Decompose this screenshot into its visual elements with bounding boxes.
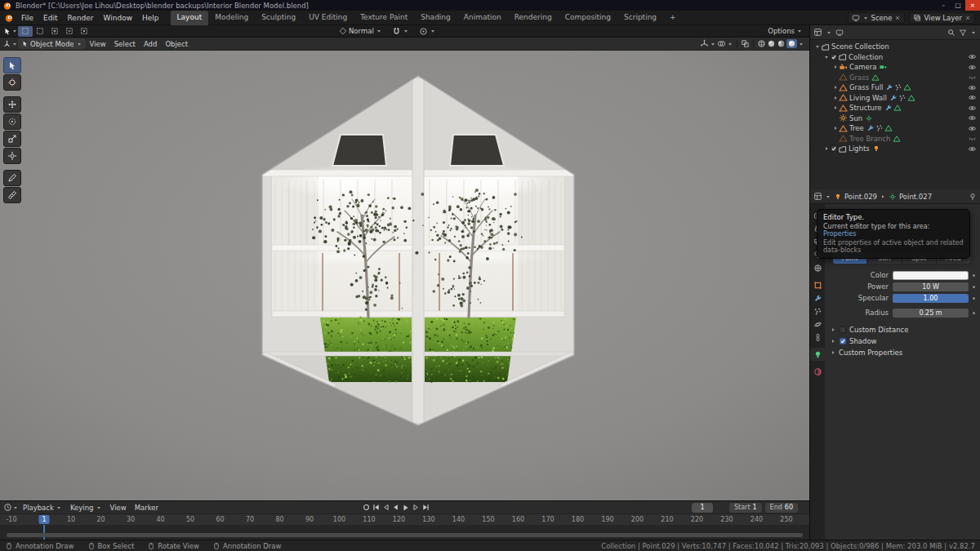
panel-splitter[interactable] xyxy=(809,25,810,540)
editor-type-dropdown-icon[interactable] xyxy=(12,504,19,511)
outliner-row-tree-branch[interactable]: Tree Branch xyxy=(810,134,980,144)
workspace-tab-compositing[interactable]: Compositing xyxy=(559,11,617,25)
outliner-row-grass-full[interactable]: Grass Full xyxy=(810,82,980,93)
tab-modifiers[interactable] xyxy=(810,291,825,304)
scene-selector[interactable]: Scene xyxy=(848,12,906,24)
breadcrumb-object[interactable]: Point.029 xyxy=(844,193,877,201)
outliner-row-lights[interactable]: Lights xyxy=(810,144,980,154)
color-swatch[interactable] xyxy=(893,271,969,280)
workspace-tab-rendering[interactable]: Rendering xyxy=(508,11,559,25)
frame-start-field[interactable]: Start 1 xyxy=(729,503,762,513)
shading-solid-icon[interactable] xyxy=(767,39,776,48)
maximize-button[interactable]: □ xyxy=(951,0,965,11)
select-box-tool-button[interactable] xyxy=(18,26,33,37)
expander-icon[interactable] xyxy=(831,64,839,70)
playhead[interactable]: 1 xyxy=(39,515,50,524)
workspace-tab-shading[interactable]: Shading xyxy=(414,11,457,25)
visibility-eye-icon[interactable] xyxy=(968,144,977,153)
select-mode-extend-button[interactable] xyxy=(47,26,62,37)
workspace-tab-animation[interactable]: Animation xyxy=(457,11,508,25)
outliner-row-camera[interactable]: Camera xyxy=(810,62,980,73)
power-field[interactable]: 10 W xyxy=(893,282,969,291)
gizmos-dropdown-icon[interactable] xyxy=(710,41,716,47)
expander-icon[interactable] xyxy=(831,125,839,131)
timeline-track[interactable] xyxy=(0,525,809,540)
previous-keyframe-icon[interactable] xyxy=(381,503,390,512)
expander-icon[interactable] xyxy=(822,54,830,60)
menu-window[interactable]: Window xyxy=(99,11,138,25)
timeline-menu-playback[interactable]: Playback xyxy=(19,504,66,512)
timeline-menu-marker[interactable]: Marker xyxy=(131,504,163,512)
visibility-eye-icon[interactable] xyxy=(968,63,977,72)
timeline-scrollbar[interactable] xyxy=(7,533,803,537)
options-button[interactable]: Options xyxy=(768,27,795,35)
editor-type-dropdown-icon[interactable] xyxy=(826,29,832,36)
select-mode-invert-button[interactable] xyxy=(77,26,91,37)
next-keyframe-icon[interactable] xyxy=(412,503,421,512)
expander-icon[interactable] xyxy=(831,104,839,111)
tab-particles[interactable] xyxy=(810,304,825,318)
unlink-view-layer-icon[interactable] xyxy=(964,15,971,21)
jump-to-end-icon[interactable] xyxy=(421,503,430,512)
editor-type-dropdown-icon[interactable] xyxy=(11,41,18,47)
active-tool-icon[interactable] xyxy=(3,27,11,35)
select-mode-set-button[interactable] xyxy=(33,26,47,37)
collection-checkbox[interactable] xyxy=(830,53,838,61)
xray-toggle-icon[interactable] xyxy=(741,39,750,48)
options-dropdown-icon[interactable] xyxy=(796,28,803,34)
radius-field[interactable]: 0.25 m xyxy=(893,309,969,318)
overlays-toggle-icon[interactable] xyxy=(717,39,726,48)
decorator-dot[interactable] xyxy=(973,312,975,314)
shading-material-icon[interactable] xyxy=(777,39,786,48)
chevron-down-icon[interactable] xyxy=(376,28,382,34)
measure-tool-button[interactable] xyxy=(3,187,21,203)
outliner-row-living-wall[interactable]: Living Wall xyxy=(810,93,980,104)
3d-viewport[interactable]: Object Mode ViewSelectAddObject xyxy=(0,38,809,500)
shading-rendered-active[interactable] xyxy=(786,39,797,48)
menu-render[interactable]: Render xyxy=(63,11,99,25)
custom-distance-section[interactable]: Custom Distance xyxy=(825,324,980,335)
timeline-editor-type-icon[interactable] xyxy=(3,503,12,512)
tool-dropdown-icon[interactable] xyxy=(11,28,18,34)
menu-edit[interactable]: Edit xyxy=(38,11,62,25)
workspace-tab-layout[interactable]: Layout xyxy=(171,11,209,25)
tab-object-data[interactable] xyxy=(810,348,825,361)
transform-orientation[interactable]: Normal xyxy=(349,27,374,35)
visibility-eye-icon[interactable] xyxy=(968,73,977,82)
gizmos-toggle-icon[interactable] xyxy=(700,39,709,48)
specular-slider[interactable]: 1.00 xyxy=(893,294,969,303)
tab-physics[interactable] xyxy=(810,318,825,331)
snap-magnet-icon[interactable] xyxy=(392,27,401,36)
current-frame-field[interactable]: 1 xyxy=(692,503,713,513)
overlays-dropdown-icon[interactable] xyxy=(727,41,733,47)
search-icon[interactable] xyxy=(947,29,956,37)
outliner-row-collection[interactable]: Collection xyxy=(810,52,980,63)
outliner-row-tree[interactable]: Tree xyxy=(810,123,980,134)
visibility-eye-icon[interactable] xyxy=(968,124,977,133)
workspace-tab-scripting[interactable]: Scripting xyxy=(617,11,663,25)
tab-object[interactable] xyxy=(810,278,825,291)
outliner-row-sun[interactable]: Sun xyxy=(810,113,980,124)
select-mode-subtract-button[interactable] xyxy=(62,26,77,37)
timeline-menu-keying[interactable]: Keying xyxy=(66,504,106,512)
view-layer-selector[interactable]: View Layer xyxy=(909,12,975,24)
visibility-eye-icon[interactable] xyxy=(968,104,977,113)
timeline-menu-view[interactable]: View xyxy=(106,504,131,512)
unlink-scene-icon[interactable] xyxy=(894,15,901,21)
expander-icon[interactable] xyxy=(813,43,821,50)
cursor-tool-button[interactable] xyxy=(3,74,21,91)
decorator-dot[interactable] xyxy=(973,297,975,300)
outliner-row-grass[interactable]: Grass xyxy=(810,73,980,83)
custom-distance-checkbox[interactable] xyxy=(839,326,847,334)
filter-dropdown-icon[interactable] xyxy=(970,29,977,36)
decorator-dot[interactable] xyxy=(973,286,975,288)
rotate-tool-button[interactable] xyxy=(3,113,21,130)
menu-file[interactable]: File xyxy=(16,11,38,25)
properties-editor-type-icon[interactable] xyxy=(813,192,822,201)
tweak-tool-button[interactable] xyxy=(3,57,21,73)
transform-tool-button[interactable] xyxy=(3,148,21,164)
blender-menu-icon[interactable] xyxy=(4,13,14,23)
mode-dropdown[interactable]: Object Mode xyxy=(18,38,86,49)
display-mode-icon[interactable] xyxy=(835,29,844,37)
snap-dropdown-icon[interactable] xyxy=(403,28,409,34)
